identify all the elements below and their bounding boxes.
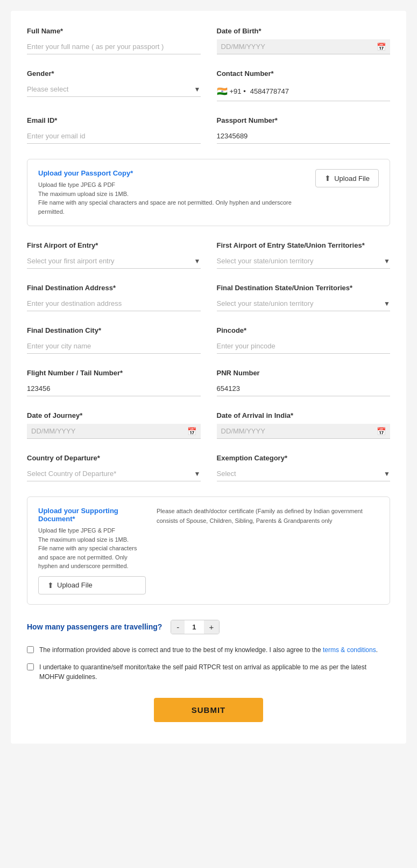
submit-button[interactable]: SUBMIT (154, 698, 264, 722)
checkbox2-input[interactable] (27, 663, 34, 670)
passengers-plus-button[interactable]: + (204, 620, 220, 634)
first-airport-state-chevron-icon: ▼ (384, 257, 390, 265)
date-journey-wrapper[interactable]: 📅 (27, 424, 201, 439)
form-container: Full Name* Date of Birth* 📅 Gender* Plea… (11, 11, 406, 744)
fullname-group: Full Name* (27, 27, 201, 54)
checkbox1-input[interactable] (27, 646, 34, 653)
pincode-input[interactable] (217, 339, 391, 354)
date-arrival-wrapper[interactable]: 📅 (217, 424, 391, 439)
final-dest-address-input[interactable] (27, 296, 201, 311)
checkbox2-group: I undertake to quarantine/self monitor/t… (27, 662, 390, 682)
gender-chevron-icon: ▼ (194, 86, 201, 93)
pnr-group: PNR Number (217, 369, 391, 396)
row-email-passport: Email ID* Passport Number* (27, 116, 390, 144)
upload-supporting-button[interactable]: ⬆ Upload File (38, 576, 146, 594)
flight-number-label: Flight Number / Tail Number* (27, 369, 201, 377)
journey-calendar-icon[interactable]: 📅 (183, 425, 201, 438)
passengers-counter: - 1 + (171, 620, 220, 634)
flag-icon: 🇮🇳 (217, 86, 228, 96)
exemption-category-placeholder: Select (217, 470, 236, 478)
first-airport-label: First Airport of Entry* (27, 241, 201, 249)
flight-number-group: Flight Number / Tail Number* (27, 369, 201, 396)
final-dest-city-group: Final Destination City* (27, 326, 201, 354)
final-dest-state-chevron-icon: ▼ (384, 300, 390, 307)
upload-passport-line3: File name with any special characters an… (38, 198, 305, 216)
upload-supporting-line2: The maximum upload size is 1MB. (38, 535, 146, 544)
fullname-label: Full Name* (27, 27, 201, 35)
email-input[interactable] (27, 129, 201, 144)
final-dest-city-input[interactable] (27, 339, 201, 354)
flight-number-input[interactable] (27, 381, 201, 396)
upload-supporting-note: Please attach death/doctor certificate (… (157, 507, 379, 526)
passengers-minus-button[interactable]: - (171, 620, 185, 634)
date-arrival-group: Date of Arrival in India* 📅 (217, 411, 391, 439)
upload-supporting-btn-label: Upload File (57, 581, 93, 589)
fullname-input[interactable] (27, 39, 201, 54)
pnr-input[interactable] (217, 381, 391, 396)
passport-group: Passport Number* (217, 116, 391, 144)
email-group: Email ID* (27, 116, 201, 144)
final-dest-state-group: Final Destination State/Union Territorie… (217, 284, 391, 311)
exemption-category-group: Exemption Category* Select ▼ (217, 454, 391, 481)
checkbox1-text-start: The information provided above is correc… (39, 646, 323, 654)
date-arrival-input[interactable] (217, 424, 373, 438)
date-journey-input[interactable] (27, 424, 183, 438)
upload-supporting-content: Upload your Supporting Document* Upload … (38, 507, 146, 594)
row-gender-contact: Gender* Please select ▼ Contact Number* … (27, 69, 390, 101)
terms-conditions-link[interactable]: terms & conditions (323, 646, 376, 654)
gender-group: Gender* Please select ▼ (27, 69, 201, 101)
upload-passport-btn-label: Upload File (334, 174, 370, 183)
checkbox1-group: The information provided above is correc… (27, 645, 390, 655)
checkbox2-label: I undertake to quarantine/self monitor/t… (39, 662, 390, 682)
final-dest-address-group: Final Destination Address* (27, 284, 201, 311)
passengers-section: How many passengers are travelling? - 1 … (27, 620, 390, 634)
country-departure-select[interactable]: Select Country of Departure* ▼ (27, 466, 201, 481)
dob-group: Date of Birth* 📅 (217, 27, 391, 54)
contact-label: Contact Number* (217, 69, 391, 78)
gender-select[interactable]: Please select ▼ (27, 82, 201, 97)
gender-placeholder: Please select (27, 85, 68, 93)
first-airport-chevron-icon: ▼ (194, 257, 201, 265)
pincode-label: Pincode* (217, 326, 391, 334)
passengers-label-text: How many passengers are travelling? (27, 622, 162, 631)
pincode-group: Pincode* (217, 326, 391, 354)
exemption-category-label: Exemption Category* (217, 454, 391, 462)
exemption-category-chevron-icon: ▼ (384, 470, 390, 478)
upload-supporting-box: Upload your Supporting Document* Upload … (27, 496, 390, 605)
first-airport-state-placeholder: Select your state/union territory (217, 257, 314, 265)
row-airport-state: First Airport of Entry* Select your firs… (27, 241, 390, 269)
submit-wrapper: SUBMIT (27, 698, 390, 722)
upload-passport-icon: ⬆ (324, 174, 331, 183)
dob-calendar-icon[interactable]: 📅 (372, 40, 390, 53)
row-dest-address-state: Final Destination Address* Final Destina… (27, 284, 390, 311)
upload-supporting-left: Upload your Supporting Document* Upload … (38, 507, 146, 594)
pnr-label: PNR Number (217, 369, 391, 377)
final-dest-state-select[interactable]: Select your state/union territory ▼ (217, 296, 391, 311)
contact-input[interactable] (250, 84, 390, 99)
first-airport-select[interactable]: Select your first airport entry ▼ (27, 254, 201, 269)
final-dest-state-placeholder: Select your state/union territory (217, 299, 314, 307)
row-city-pincode: Final Destination City* Pincode* (27, 326, 390, 354)
contact-input-wrapper: 🇮🇳 +91 • (217, 82, 391, 101)
passport-input[interactable] (217, 129, 391, 144)
upload-passport-title: Upload your Passport Copy* (38, 169, 305, 177)
first-airport-placeholder: Select your first airport entry (27, 257, 115, 265)
arrival-calendar-icon[interactable]: 📅 (372, 425, 390, 438)
first-airport-state-group: First Airport of Entry State/Union Terri… (217, 241, 391, 269)
exemption-category-select[interactable]: Select ▼ (217, 466, 391, 481)
passengers-count: 1 (185, 621, 203, 633)
contact-group: Contact Number* 🇮🇳 +91 • (217, 69, 391, 101)
dob-label: Date of Birth* (217, 27, 391, 35)
dob-input-wrapper[interactable]: 📅 (217, 39, 391, 54)
upload-supporting-title: Upload your Supporting Document* (38, 507, 146, 523)
final-dest-city-label: Final Destination City* (27, 326, 201, 334)
upload-passport-box: Upload your Passport Copy* Upload file t… (27, 159, 390, 226)
first-airport-state-select[interactable]: Select your state/union territory ▼ (217, 254, 391, 269)
passengers-label-row: How many passengers are travelling? - 1 … (27, 620, 390, 634)
dob-input[interactable] (217, 39, 373, 54)
row-flight-pnr: Flight Number / Tail Number* PNR Number (27, 369, 390, 396)
upload-passport-text: Upload your Passport Copy* Upload file t… (38, 169, 305, 216)
checkbox1-text-end: . (376, 646, 378, 654)
upload-passport-button[interactable]: ⬆ Upload File (315, 169, 379, 187)
upload-supporting-line3: File name with any special characters an… (38, 544, 146, 571)
